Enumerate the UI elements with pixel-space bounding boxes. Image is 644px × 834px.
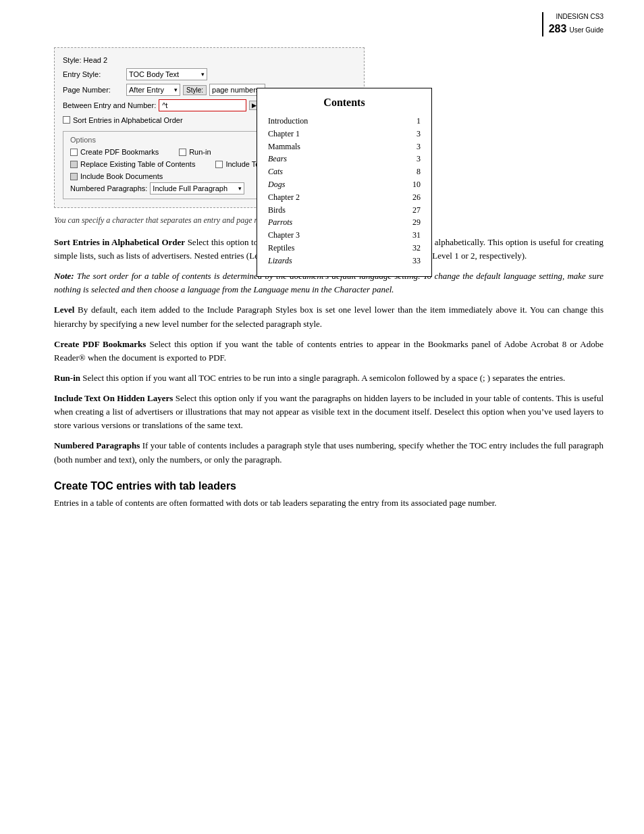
toc-entry-page: 32: [412, 242, 421, 254]
toc-entry-page: 26: [412, 192, 421, 203]
toc-preview: Contents Introduction1Chapter 13Mammals3…: [257, 88, 432, 277]
toc-entry-page: 8: [417, 166, 421, 178]
include-book-checkbox[interactable]: [70, 173, 78, 180]
toc-entry-text: Cats: [268, 166, 410, 178]
toc-entry-page: 29: [412, 217, 421, 228]
toc-entry-text: Introduction: [268, 115, 410, 127]
style-label: Style: Head 2: [63, 56, 356, 64]
create-pdf-row: Create PDF Bookmarks: [70, 148, 159, 156]
numbered-para-label: Numbered Paragraphs: [54, 440, 140, 450]
replace-toc-label: Replace Existing Table of Contents: [80, 160, 195, 168]
para-numbered: Numbered Paragraphs If your table of con…: [54, 439, 603, 466]
between-label: Between Entry and Number:: [63, 101, 156, 109]
toc-entry: Chapter 331: [268, 230, 421, 241]
include-text-checkbox[interactable]: [215, 161, 223, 168]
toc-entry: Cats8: [268, 166, 421, 178]
note-label: Note:: [54, 271, 74, 281]
toc-entry-page: 27: [412, 205, 421, 216]
toc-entry-page: 10: [412, 179, 421, 190]
toc-entry-text: Lizards: [268, 255, 406, 267]
toc-entry-text: Chapter 3: [268, 230, 406, 241]
run-in-checkbox[interactable]: [179, 149, 186, 156]
page-number-select[interactable]: After Entry: [126, 84, 180, 96]
between-entry-input[interactable]: ^t: [159, 99, 246, 111]
include-book-label: Include Book Documents: [80, 172, 163, 180]
entry-style-row: Entry Style: TOC Body Text: [63, 68, 356, 80]
toc-entry: Chapter 226: [268, 192, 421, 203]
run-in-para-label: Run-in: [54, 373, 80, 383]
sort-entries-label: Sort Entries in Alphabetical Order: [54, 237, 185, 247]
toc-entry-page: 31: [412, 230, 421, 241]
run-in-label: Run-in: [189, 148, 211, 156]
toc-entry-text: Dogs: [268, 179, 406, 190]
toc-entry: Reptiles32: [268, 242, 421, 254]
toc-entry-text: Birds: [268, 205, 406, 216]
toc-entry-text: Bears: [268, 153, 410, 165]
page-number: 283: [549, 22, 567, 36]
dialog-section: Style: Head 2 Entry Style: TOC Body Text…: [54, 47, 603, 208]
body-section: Sort Entries in Alphabetical Order Selec…: [54, 236, 603, 510]
toc-entry-text: Parrots: [268, 217, 406, 228]
toc-entry: Dogs10: [268, 179, 421, 190]
toc-entry: Lizards33: [268, 255, 421, 267]
toc-entry: Chapter 13: [268, 128, 421, 140]
level-para-label: Level: [54, 305, 74, 315]
toc-entry-text: Chapter 2: [268, 192, 406, 203]
numbered-label: Numbered Paragraphs:: [70, 184, 147, 192]
toc-preview-title: Contents: [268, 97, 421, 109]
toc-entry: Bears3: [268, 153, 421, 165]
page-number-label: Page Number:: [63, 86, 124, 94]
toc-entry: Introduction1: [268, 115, 421, 127]
para-run-in: Run-in Select this option if you want al…: [54, 371, 603, 385]
subsection-para: Entries in a table of contents are often…: [54, 496, 603, 510]
entry-style-label: Entry Style:: [63, 70, 124, 78]
page-header: INDESIGN CS3 283 User Guide: [542, 12, 603, 36]
create-pdf-checkbox[interactable]: [70, 149, 78, 156]
toc-entry-page: 33: [412, 255, 421, 267]
para-create-pdf: Create PDF Bookmarks Select this option …: [54, 338, 603, 365]
replace-toc-row: Replace Existing Table of Contents: [70, 160, 195, 168]
toc-entry-text: Chapter 1: [268, 128, 410, 140]
toc-entry: Birds27: [268, 205, 421, 216]
toc-entry-page: 3: [417, 153, 421, 165]
para-level: Level By default, each item added to the…: [54, 303, 603, 330]
brand-label: INDESIGN CS3: [549, 12, 603, 22]
toc-entry-page: 3: [417, 128, 421, 140]
create-pdf-label: Create PDF Bookmarks: [80, 148, 159, 156]
subsection-heading: Create TOC entries with tab leaders: [54, 480, 603, 492]
run-in-row: Run-in: [179, 148, 211, 156]
sort-label: Sort Entries in Alphabetical Order: [73, 116, 183, 124]
toc-entries: Introduction1Chapter 13Mammals3Bears3Cat…: [268, 115, 421, 267]
toc-entry: Parrots29: [268, 217, 421, 228]
style-btn1[interactable]: Style:: [183, 85, 207, 95]
include-text-para-label: Include Text On Hidden Layers: [54, 393, 173, 403]
toc-entry-page: 1: [417, 115, 421, 127]
create-pdf-para-label: Create PDF Bookmarks: [54, 339, 146, 349]
para-include-text: Include Text On Hidden Layers Select thi…: [54, 392, 603, 432]
toc-entry-text: Mammals: [268, 141, 410, 153]
toc-entry: Mammals3: [268, 141, 421, 153]
toc-entry-page: 3: [417, 141, 421, 153]
numbered-select[interactable]: Include Full Paragraph: [150, 182, 244, 194]
entry-style-select[interactable]: TOC Body Text: [126, 68, 207, 80]
sort-checkbox-row: Sort Entries in Alphabetical Order: [63, 116, 183, 124]
guide-label: User Guide: [569, 26, 603, 35]
replace-toc-checkbox[interactable]: [70, 161, 78, 168]
toc-entry-text: Reptiles: [268, 242, 406, 254]
sort-checkbox[interactable]: [63, 116, 70, 124]
